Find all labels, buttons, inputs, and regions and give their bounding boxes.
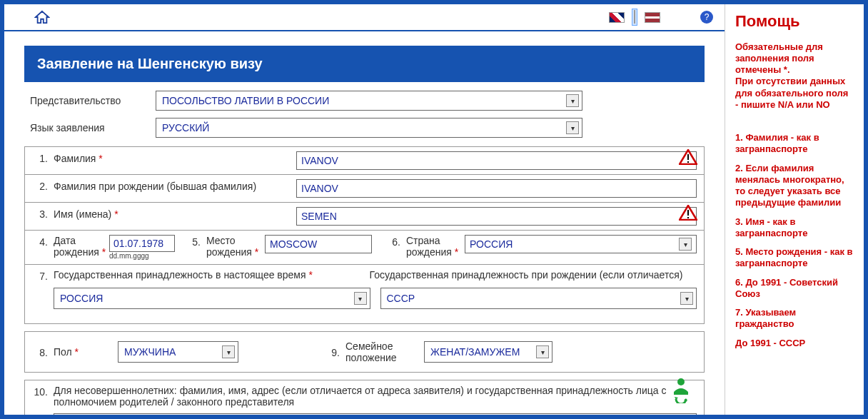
language-select[interactable]: РУССКИЙ ▾ [156, 118, 582, 138]
help-h1: 1. Фамилия - как в загранпаспорте [735, 132, 854, 156]
sex-label: Пол [54, 346, 72, 358]
nationality-birth-label: Государственная принадлежность при рожде… [370, 269, 697, 281]
nationality-birth-select[interactable]: СССР ▾ [380, 288, 697, 309]
chevron-down-icon: ▾ [680, 292, 693, 305]
birthplace-label: Место [206, 235, 265, 246]
dob-label2: рождения [54, 246, 99, 258]
minor-guardian-label: Для несовершеннолетних: фамилия, имя, ад… [54, 385, 697, 408]
marital-label2: положение [345, 352, 424, 363]
field-num: 3. [32, 207, 48, 220]
page-title: Заявление на Шенгенскую визу [24, 46, 705, 82]
field-num: 9. [324, 345, 340, 358]
help-h3: 3. Имя - как в загранпаспорте [735, 216, 854, 240]
svg-rect-1 [687, 161, 689, 163]
birthcountry-select[interactable]: РОССИЯ ▾ [465, 235, 697, 253]
person-recycle-icon[interactable] [670, 378, 692, 406]
svg-point-4 [677, 378, 685, 385]
dob-label: Дата [54, 235, 109, 246]
field-num: 2. [32, 179, 48, 192]
representation-select[interactable]: ПОСОЛЬСТВО ЛАТВИИ В РОССИИ ▾ [156, 91, 582, 111]
warning-icon [679, 205, 697, 223]
firstname-value: SEMEN [301, 211, 337, 222]
firstname-input[interactable]: SEMEN [296, 207, 697, 226]
language-label: Язык заявления [24, 122, 156, 133]
dob-value: 01.07.1978 [113, 238, 163, 249]
sex-value: МУЖЧИНА [124, 346, 176, 358]
marital-select[interactable]: ЖЕНАТ/ЗАМУЖЕМ ▾ [424, 341, 552, 363]
chevron-down-icon: ▾ [222, 345, 235, 358]
nationality-current-label: Государственная принадлежность в настоящ… [54, 269, 306, 281]
field-num: 4. [32, 235, 48, 248]
help-h2: 2. Если фамилия менялась многократно, то… [735, 163, 854, 209]
chevron-down-icon: ▾ [566, 94, 579, 107]
svg-rect-0 [687, 154, 689, 160]
dob-input[interactable]: 01.07.1978 [109, 235, 175, 252]
surname-label: Фамилия [54, 153, 96, 164]
birth-surname-value: IVANOV [301, 183, 338, 194]
minor-guardian-input[interactable] [54, 413, 697, 415]
birthplace-label2: рождения [206, 246, 252, 258]
help-icon[interactable]: ? [700, 11, 713, 24]
birth-surname-label: Фамилия при рождении (бывшая фамилия) [54, 179, 296, 192]
chevron-down-icon: ▾ [566, 121, 579, 134]
marital-label: Семейное [345, 340, 424, 352]
birthcountry-value: РОССИЯ [470, 238, 513, 250]
help-h6: 6. До 1991 - Советский Союз [735, 277, 854, 301]
field-num: 6. [385, 235, 400, 248]
chevron-down-icon: ▾ [354, 292, 367, 305]
nationality-birth-value: СССР [387, 293, 415, 304]
help-sidebar: Помощь Обязательные для заполнения поля … [725, 4, 864, 415]
birthcountry-label: Страна [406, 235, 465, 246]
surname-input[interactable]: IVANOV [296, 151, 697, 170]
flag-lv-icon[interactable] [645, 12, 660, 23]
help-title: Помощь [735, 11, 854, 31]
help-h7: 7. Указываем гражданство [735, 307, 854, 330]
field-num: 8. [32, 345, 48, 358]
birth-surname-input[interactable]: IVANOV [296, 179, 697, 198]
language-value: РУССКИЙ [162, 122, 209, 133]
chevron-down-icon: ▾ [679, 238, 692, 251]
svg-rect-2 [687, 210, 689, 216]
birthcountry-label2: рождения [406, 246, 452, 258]
help-h7b: До 1991 - СССР [735, 338, 854, 349]
sex-select[interactable]: МУЖЧИНА ▾ [118, 341, 238, 363]
chevron-down-icon: ▾ [536, 345, 549, 358]
representation-value: ПОСОЛЬСТВО ЛАТВИИ В РОССИИ [162, 95, 329, 106]
flag-ru-icon[interactable] [632, 9, 637, 26]
warning-icon [679, 149, 697, 167]
nationality-current-value: РОССИЯ [60, 293, 103, 304]
firstname-label: Имя (имена) [54, 208, 111, 220]
help-h5: 5. Место рождения - как в загранпаспорте [735, 246, 854, 270]
help-text: При отсутствии данных для обязательного … [735, 76, 848, 110]
marital-value: ЖЕНАТ/ЗАМУЖЕМ [430, 346, 520, 358]
svg-rect-3 [687, 217, 689, 218]
field-num: 5. [185, 235, 201, 248]
dob-hint: dd.mm.gggg [109, 252, 175, 260]
nationality-current-select[interactable]: РОССИЯ ▾ [54, 288, 370, 309]
help-text: Обязательные для заполнения поля отмечен… [735, 41, 823, 76]
birthplace-input[interactable]: MOSCOW [265, 235, 372, 253]
field-num: 10. [32, 385, 48, 398]
representation-label: Представительство [24, 95, 156, 106]
flag-uk-icon[interactable] [609, 12, 625, 23]
required-mark: * [99, 153, 102, 164]
home-icon[interactable] [34, 10, 50, 24]
required-mark: * [114, 208, 118, 220]
field-num: 1. [32, 151, 48, 164]
surname-value: IVANOV [301, 155, 338, 166]
birthplace-value: MOSCOW [270, 238, 317, 250]
field-num: 7. [32, 269, 48, 282]
